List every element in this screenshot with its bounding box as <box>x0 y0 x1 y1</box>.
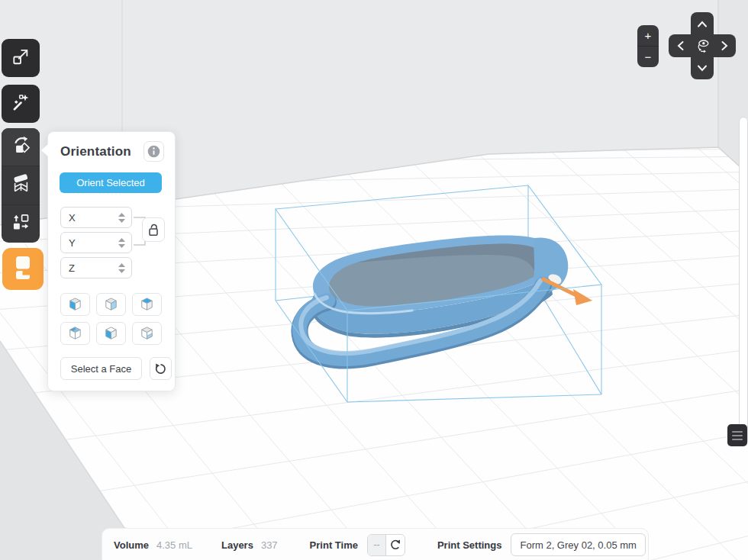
orbit-eye-icon <box>694 37 711 54</box>
orient-cube-back-button[interactable] <box>60 322 90 345</box>
tool-group <box>2 128 40 243</box>
spinner-up-icon <box>118 238 125 242</box>
orient-cube-right-button[interactable] <box>96 293 126 316</box>
supports-icon <box>11 173 31 197</box>
refresh-button[interactable] <box>386 535 405 555</box>
volume-value: 4.35 mL <box>156 539 192 551</box>
zoom-control: + − <box>637 25 659 67</box>
orient-cube-front-button[interactable] <box>60 293 90 316</box>
layer-slider-track[interactable] <box>739 117 748 445</box>
axis-y-label: Y <box>69 237 118 249</box>
axis-lock-button[interactable] <box>142 217 165 242</box>
panel-notch <box>41 144 48 156</box>
pan-down-button[interactable] <box>691 56 714 79</box>
orbit-view-button[interactable] <box>691 34 714 57</box>
print-tool-button[interactable] <box>2 248 44 290</box>
layer-slider-handle[interactable] <box>727 424 747 446</box>
info-icon <box>147 144 161 159</box>
select-a-face-button[interactable]: Select a Face <box>60 357 142 380</box>
size-tool-button[interactable] <box>2 39 40 77</box>
spinner-up-icon <box>118 263 125 267</box>
zoom-out-button[interactable]: − <box>637 47 659 67</box>
axis-z-field[interactable]: Z <box>60 257 132 278</box>
grip-handle-icon <box>732 431 743 433</box>
axis-x-stepper[interactable] <box>118 213 125 223</box>
cube-top-icon <box>138 296 156 314</box>
axis-y-stepper[interactable] <box>118 238 125 248</box>
orient-selected-button[interactable]: Orient Selected <box>60 172 162 193</box>
pan-right-button[interactable] <box>713 34 736 57</box>
orientation-panel: Orientation Orient Selected X Y <box>47 131 176 391</box>
orient-cube-top-button[interactable] <box>132 293 162 316</box>
pan-left-button[interactable] <box>669 34 692 57</box>
pan-up-button[interactable] <box>691 12 714 35</box>
spinner-down-icon <box>118 219 125 223</box>
spinner-up-icon <box>118 213 125 217</box>
chevron-left-icon <box>677 40 684 51</box>
chevron-down-icon <box>697 65 708 72</box>
cube-front-icon <box>66 296 84 314</box>
cube-bottom-icon <box>138 325 156 343</box>
print-time-value: -- <box>368 535 386 555</box>
one-click-print-tool-button[interactable] <box>2 85 40 123</box>
panel-title: Orientation <box>60 144 131 159</box>
spinner-down-icon <box>118 244 125 248</box>
print-settings-button[interactable]: Form 2, Grey 02, 0.05 mm <box>511 533 645 556</box>
layers-label: Layers <box>221 539 253 551</box>
info-button[interactable] <box>143 141 164 162</box>
reset-orientation-button[interactable] <box>150 357 172 380</box>
axis-z-label: Z <box>69 262 118 274</box>
cube-left-icon <box>102 325 120 343</box>
orientation-tool-button[interactable] <box>2 128 40 166</box>
axis-z-stepper[interactable] <box>118 263 125 273</box>
chevron-up-icon <box>697 21 708 27</box>
layers-value: 337 <box>261 539 278 551</box>
axis-x-label: X <box>69 212 118 224</box>
print-time-control[interactable]: -- <box>367 534 405 556</box>
orientation-icon <box>11 135 31 159</box>
axis-y-field[interactable]: Y <box>60 232 132 253</box>
size-icon <box>11 47 31 69</box>
status-bar: Volume 4.35 mL Layers 337 Print Time -- … <box>102 528 649 560</box>
preform-window: Orientation Orient Selected X Y <box>0 0 748 560</box>
supports-tool-button[interactable] <box>2 166 40 204</box>
spinner-down-icon <box>118 269 125 273</box>
axis-x-field[interactable]: X <box>60 207 132 228</box>
view-dpad <box>669 12 736 79</box>
reset-icon <box>154 362 167 375</box>
layout-tool-button[interactable] <box>2 204 40 243</box>
cartridge-icon <box>11 255 34 284</box>
cube-right-icon <box>102 296 120 314</box>
refresh-icon <box>389 539 401 551</box>
zoom-in-button[interactable]: + <box>637 25 659 47</box>
orient-cube-left-button[interactable] <box>96 322 126 345</box>
unlock-icon <box>146 221 161 238</box>
orient-cube-bottom-button[interactable] <box>132 322 162 345</box>
print-settings-label: Print Settings <box>437 539 502 551</box>
chevron-right-icon <box>721 40 728 51</box>
cube-back-icon <box>66 325 84 343</box>
print-time-label: Print Time <box>310 539 358 551</box>
magic-wand-icon <box>11 92 31 115</box>
layout-icon <box>11 212 31 236</box>
volume-label: Volume <box>114 539 149 551</box>
